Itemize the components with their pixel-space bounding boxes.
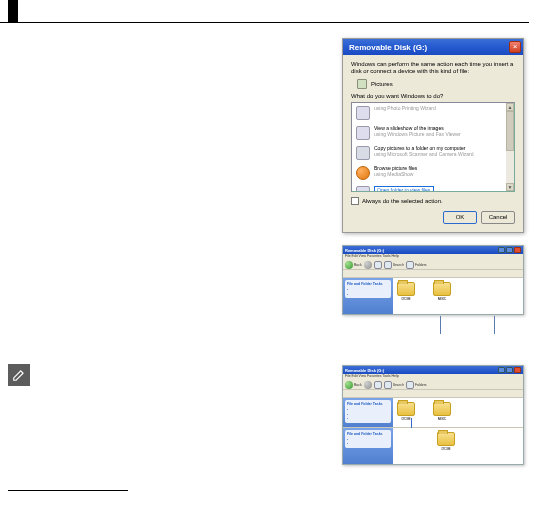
action-sub: using Microsoft Scanner and Camera Wizar… [374, 152, 474, 158]
tasks-title: File and Folder Tasks [347, 282, 389, 286]
camera-icon [356, 146, 370, 160]
tasks-panel: File and Folder Tasks ▪ ▪ ▪ [345, 400, 391, 423]
content-type-row: Pictures [357, 79, 515, 89]
tasks-title: File and Folder Tasks [347, 402, 389, 406]
folder-icon [437, 432, 455, 446]
task-link[interactable]: ▪ [347, 441, 389, 445]
always-label: Always do the selected action. [362, 198, 443, 204]
task-link[interactable]: ▪ [347, 287, 389, 291]
action-item[interactable]: using Photo Printing Wizard [352, 103, 514, 123]
close-icon[interactable]: × [509, 41, 521, 53]
address-bar[interactable] [343, 390, 523, 398]
cancel-button[interactable]: Cancel [481, 211, 515, 224]
action-title: using Photo Printing Wizard [374, 106, 436, 112]
action-item[interactable]: Browse picture files using MediaShow [352, 163, 514, 183]
search-button[interactable]: Search [384, 261, 404, 269]
search-icon [384, 261, 392, 269]
explorer-sidebar: File and Folder Tasks ▪ ▪ [343, 278, 393, 314]
up-icon[interactable] [374, 261, 382, 269]
address-bar[interactable] [343, 270, 523, 278]
explorer-main: DCIM MISC [393, 398, 523, 427]
dialog-body: Windows can perform the same action each… [343, 55, 523, 232]
folders-button[interactable]: Folders [406, 261, 427, 269]
action-item[interactable]: View a slideshow of the images using Win… [352, 123, 514, 143]
task-link[interactable]: ▪ [347, 292, 389, 296]
action-list[interactable]: using Photo Printing Wizard View a slide… [351, 102, 515, 192]
explorer-window-1: Removable Disk (G:) File Edit View Favor… [342, 245, 524, 315]
explorer-sidebar: File and Folder Tasks ▪ ▪ [343, 428, 393, 465]
explorer-titlebar: Removable Disk (G:) [343, 366, 523, 374]
explorer-main: DCIM MISC [393, 278, 523, 314]
minimize-icon[interactable] [498, 247, 505, 253]
note-icon [8, 364, 30, 386]
pencil-icon [12, 368, 26, 382]
tasks-panel: File and Folder Tasks ▪ ▪ [345, 430, 391, 448]
slideshow-icon [356, 126, 370, 140]
action-title: Open folder to view files [377, 188, 431, 192]
dialog-prompt: Windows can perform the same action each… [351, 61, 515, 75]
folder-item[interactable]: DCIM [397, 402, 415, 421]
scroll-thumb[interactable] [506, 111, 514, 151]
folder-icon [433, 282, 451, 296]
ok-button[interactable]: OK [443, 211, 477, 224]
dialog-titlebar: Removable Disk (G:) × [343, 39, 523, 55]
action-sub: using Windows Picture and Fax Viewer [374, 132, 461, 138]
mediashow-icon [356, 166, 370, 180]
folders-button[interactable]: Folders [406, 381, 427, 389]
action-item-selected[interactable]: Open folder to view files using Windows … [352, 183, 514, 192]
folder-item[interactable]: MISC [433, 282, 451, 301]
folder-label: MISC [438, 297, 447, 301]
always-checkbox[interactable] [351, 197, 359, 205]
explorer-content: File and Folder Tasks ▪ ▪ ▪ DCIM MISC [343, 398, 523, 464]
explorer-titlebar: Removable Disk (G:) [343, 246, 523, 254]
task-link[interactable]: ▪ [347, 437, 389, 441]
folders-icon [406, 261, 414, 269]
scroll-up-icon[interactable]: ▲ [506, 103, 514, 111]
dialog-title: Removable Disk (G:) [349, 43, 509, 52]
folder-icon [397, 282, 415, 296]
maximize-icon[interactable] [506, 367, 513, 373]
search-button[interactable]: Search [384, 381, 404, 389]
top-rule [0, 22, 529, 23]
tasks-title: File and Folder Tasks [347, 432, 389, 436]
explorer-window-2: Removable Disk (G:) File Edit View Favor… [342, 365, 524, 465]
autoplay-dialog: Removable Disk (G:) × Windows can perfor… [342, 38, 524, 233]
folder-item[interactable]: MISC [433, 402, 451, 421]
folders-icon [406, 381, 414, 389]
tasks-panel: File and Folder Tasks ▪ ▪ [345, 280, 391, 298]
explorer-pane-bottom: File and Folder Tasks ▪ ▪ DCIM [343, 427, 523, 465]
task-link[interactable]: ▪ [347, 416, 389, 420]
minimize-icon[interactable] [498, 367, 505, 373]
scrollbar[interactable]: ▲ ▼ [506, 103, 514, 191]
search-icon [384, 381, 392, 389]
folder-icon [433, 402, 451, 416]
close-icon[interactable] [514, 247, 521, 253]
always-row: Always do the selected action. [351, 197, 515, 205]
bottom-rule [8, 490, 128, 491]
task-link[interactable]: ▪ [347, 407, 389, 411]
folder-item[interactable]: DCIM [397, 282, 415, 301]
folder-item[interactable]: DCIM [437, 432, 455, 451]
scroll-down-icon[interactable]: ▼ [506, 183, 514, 191]
back-button[interactable]: Back [345, 261, 362, 269]
forward-icon[interactable] [364, 381, 372, 389]
explorer-toolbar: Back Search Folders [343, 380, 523, 390]
back-icon [345, 381, 353, 389]
close-icon[interactable] [514, 367, 521, 373]
up-icon[interactable] [374, 381, 382, 389]
callout-line [440, 316, 441, 334]
task-link[interactable]: ▪ [347, 412, 389, 416]
wizard-icon [356, 106, 370, 120]
folder-label: DCIM [402, 417, 411, 421]
action-sub: using MediaShow [374, 172, 417, 178]
forward-icon[interactable] [364, 261, 372, 269]
content-type-label: Pictures [371, 81, 393, 87]
folder-icon [397, 402, 415, 416]
pictures-icon [357, 79, 367, 89]
maximize-icon[interactable] [506, 247, 513, 253]
callout-line [494, 316, 495, 334]
folder-open-icon [356, 186, 370, 192]
dialog-buttons: OK Cancel [351, 211, 515, 224]
back-button[interactable]: Back [345, 381, 362, 389]
action-item[interactable]: Copy pictures to a folder on my computer… [352, 143, 514, 163]
